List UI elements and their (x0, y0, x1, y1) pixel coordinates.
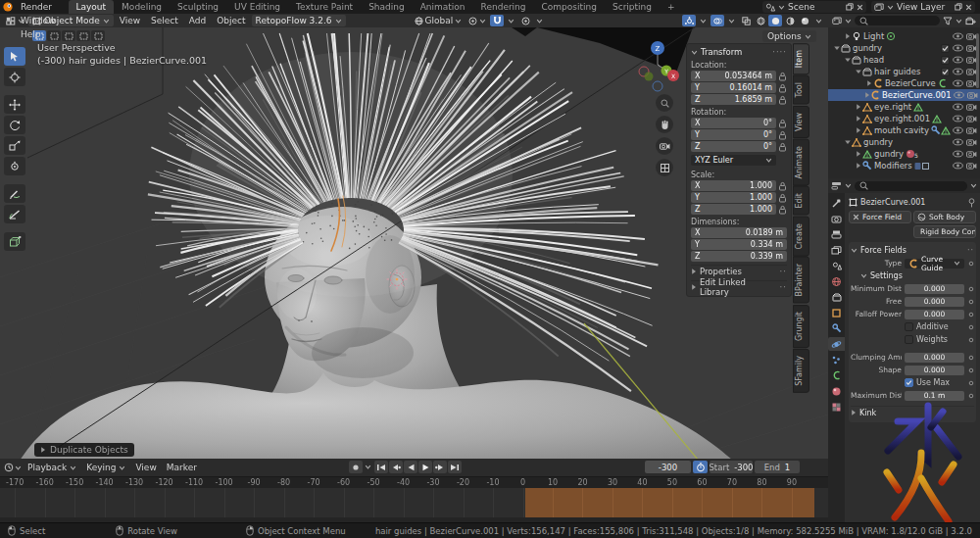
type-dropdown[interactable]: Curve Guide (905, 259, 964, 269)
lock-icon[interactable] (778, 205, 787, 215)
hide-eye-icon[interactable] (954, 91, 964, 99)
value-slider-x[interactable]: X1.000 (691, 180, 776, 191)
hide-eye-icon[interactable] (953, 138, 963, 146)
collection-checkbox[interactable] (941, 44, 950, 53)
disable-render-camera-icon[interactable] (966, 138, 977, 146)
tool-transform[interactable] (4, 157, 25, 175)
panel-drag-dots[interactable]: ···· (772, 47, 787, 57)
lock-icon[interactable] (778, 83, 787, 93)
outliner-row-eye-right-001[interactable]: eye.right.001 (828, 113, 980, 124)
npanel-tab-item[interactable]: Item (793, 43, 809, 74)
shading-dropdown[interactable] (812, 15, 825, 26)
outliner-row-gundry[interactable]: gundry5 (828, 148, 980, 160)
frame-start-field[interactable]: Start -300 (710, 461, 753, 473)
workspace-tab-rendering[interactable]: Rendering (473, 0, 534, 14)
outliner-row-light[interactable]: Light (828, 30, 980, 42)
panel-drag-dots[interactable]: ·· (967, 246, 974, 255)
transform-panel-header[interactable]: Transform ···· (691, 46, 787, 58)
properties-tab-object-data[interactable] (828, 368, 845, 382)
disable-render-camera-icon[interactable] (966, 162, 977, 170)
value-slider-y[interactable]: Y1.000 (691, 192, 776, 203)
properties-tab-view-layer[interactable] (828, 243, 845, 257)
field-shape[interactable]: 0.000 (905, 366, 964, 375)
disable-render-camera-icon[interactable] (967, 91, 978, 99)
properties-tab-scene[interactable] (828, 259, 845, 272)
outliner-row-gundry[interactable]: gundry (828, 136, 980, 148)
value-slider-x[interactable]: X0° (691, 118, 776, 128)
navigation-gizmo[interactable]: Z Y X (632, 39, 683, 94)
transform-orientation-dropdown[interactable]: Global (412, 15, 466, 26)
value-slider-x[interactable]: X0.053464 m (691, 71, 776, 81)
outliner-row-head[interactable]: head (828, 54, 980, 66)
value-slider-z[interactable]: Z0° (691, 141, 776, 152)
outliner-row-beziercurve-001[interactable]: BezierCurve.001 (828, 89, 980, 101)
zoom-button[interactable] (656, 94, 673, 112)
viewport-menu-view[interactable]: View (115, 16, 145, 25)
timeline-menu-marker[interactable]: Marker (162, 463, 202, 472)
gizmo-dropdown[interactable] (697, 15, 710, 26)
lock-icon[interactable] (778, 181, 787, 191)
npanel-tab-animate[interactable]: Animate (793, 139, 809, 186)
disable-render-camera-icon[interactable] (966, 115, 977, 122)
snap-settings-dropdown[interactable] (505, 15, 517, 26)
properties-editor-icon[interactable] (831, 181, 842, 190)
disable-render-camera-icon[interactable] (966, 150, 977, 158)
properties-tab-material[interactable] (828, 384, 845, 398)
next-keyframe-button[interactable] (433, 461, 447, 473)
workspace-tab-shading[interactable]: Shading (361, 0, 413, 14)
hide-eye-icon[interactable] (953, 56, 963, 64)
outliner-row-eye-right[interactable]: eye.right (828, 101, 980, 113)
copy-icon[interactable] (955, 3, 962, 11)
properties-tab-world[interactable] (828, 274, 845, 288)
auto-keyframe-button[interactable] (693, 461, 708, 473)
checkbox-additive[interactable] (905, 322, 913, 331)
npanel-tab-sfamily[interactable]: SFamily (793, 349, 809, 393)
pan-button[interactable] (656, 116, 673, 133)
expand-arrow-icon[interactable] (854, 103, 862, 111)
value-slider-y[interactable]: Y0.334 m (691, 239, 787, 250)
hide-eye-icon[interactable] (953, 150, 963, 158)
viewport-menu-select[interactable]: Select (146, 16, 183, 25)
pin-icon[interactable] (967, 198, 976, 208)
current-frame-field[interactable]: -300 (645, 461, 691, 473)
new-collection-icon[interactable] (965, 17, 976, 25)
outliner-row-hair-guides[interactable]: hair guides (828, 66, 980, 77)
menu-help[interactable]: Help (14, 27, 63, 41)
record-button[interactable] (349, 461, 363, 473)
outliner-row-beziercurve[interactable]: BezierCurve (828, 77, 980, 89)
rotation-mode-dropdown[interactable]: XYZ Euler (691, 155, 776, 166)
workspace-tab-texture-paint[interactable]: Texture Paint (288, 0, 361, 14)
value-slider-x[interactable]: X0.0189 m (691, 227, 787, 238)
xray-toggle[interactable] (739, 15, 753, 26)
workspace-tab-sculpting[interactable]: Sculpting (170, 0, 226, 14)
disable-render-camera-icon[interactable] (966, 126, 977, 134)
hide-eye-icon[interactable] (953, 68, 963, 75)
properties-tab-tool[interactable] (828, 196, 845, 210)
properties-tab-render[interactable] (828, 212, 845, 225)
lock-icon[interactable] (778, 142, 787, 152)
collection-checkbox[interactable] (941, 68, 950, 76)
retopoflow-menu[interactable]: RetopoFlow 3.2.6 (252, 15, 346, 26)
settings-subpanel-header[interactable]: Settings (851, 269, 974, 282)
disable-render-camera-icon[interactable] (966, 103, 977, 111)
select-mode-subtract[interactable] (62, 30, 75, 41)
expand-arrow-icon[interactable] (864, 79, 873, 87)
viewport-menu-add[interactable]: Add (184, 16, 211, 25)
pivot-point-dropdown[interactable] (466, 15, 489, 26)
camera-view-button[interactable] (656, 137, 673, 155)
properties-search-input[interactable] (855, 181, 967, 191)
tool-cursor[interactable] (4, 68, 25, 86)
force-field-button[interactable]: Force Field (849, 211, 911, 223)
hide-eye-icon[interactable] (953, 115, 963, 122)
hide-eye-icon[interactable] (953, 162, 963, 170)
npanel-tab-view[interactable]: View (793, 106, 809, 138)
timeline-menu-view[interactable]: View (130, 463, 161, 472)
rigid-body-constraint-button[interactable]: Rigid Body Constr... (913, 225, 976, 238)
prev-keyframe-button[interactable] (389, 461, 403, 473)
timeline-ruler[interactable]: -170-160-150-140-130-120-110-100-90-80-7… (0, 476, 828, 488)
workspace-tab-layout[interactable]: Layout (69, 0, 115, 14)
field-free[interactable]: 0.000 (905, 297, 964, 307)
lock-icon[interactable] (778, 193, 787, 203)
frame-end-field[interactable]: End 1 (755, 461, 800, 473)
collection-checkbox[interactable] (941, 56, 950, 65)
